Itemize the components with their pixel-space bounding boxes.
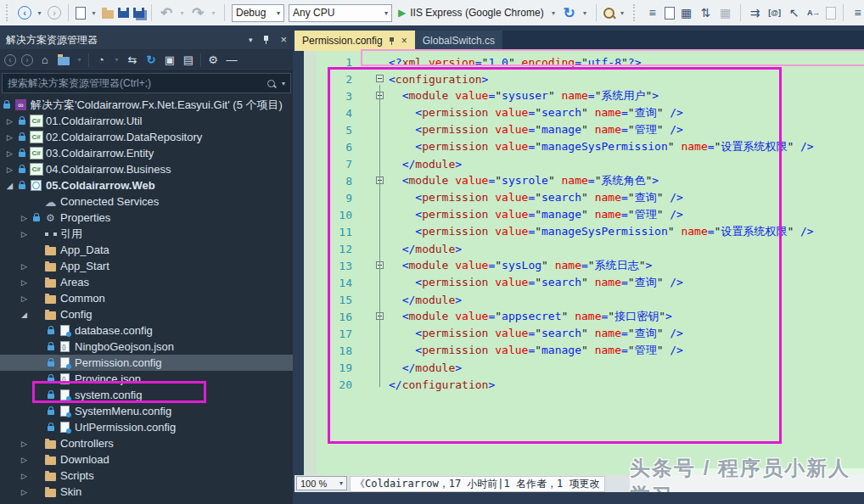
rename-icon[interactable]: A→ — [806, 5, 822, 20]
home-icon[interactable]: ⌂ — [38, 53, 52, 67]
tab-permission-config[interactable]: Permission.config × — [295, 31, 415, 51]
tree-item-permission-config[interactable]: Permission.config — [0, 355, 293, 371]
navigate-forward-icon[interactable]: › — [48, 6, 61, 20]
platform-combo[interactable]: Any CPU▾ — [289, 4, 392, 22]
attribute-icon[interactable]: [@] — [767, 5, 783, 20]
tree-item-app-start[interactable]: ▷App_Start — [0, 258, 293, 274]
redo-caret-icon[interactable]: ▾ — [210, 9, 217, 17]
expander-collapsed-icon[interactable]: ▷ — [7, 149, 19, 158]
refresh-icon[interactable]: ↻ — [144, 53, 158, 67]
browser-refresh-caret-icon[interactable]: ▾ — [581, 9, 589, 17]
expander-expanded-icon[interactable]: ◢ — [7, 182, 19, 190]
new-file-caret-icon[interactable]: ▾ — [90, 9, 98, 17]
expander-expanded-icon[interactable]: ◢ — [21, 311, 33, 319]
collapse-all-icon[interactable]: ▣ — [163, 53, 177, 67]
new-file-icon[interactable] — [76, 7, 86, 20]
tree-item-business[interactable]: ▷C#04.Coldairarrow.Business — [0, 161, 293, 177]
switch-views-icon[interactable] — [57, 53, 70, 67]
browser-refresh-icon[interactable]: ↻ — [562, 5, 577, 20]
pin-icon[interactable] — [262, 35, 270, 45]
start-caret-icon[interactable]: ▾ — [550, 9, 558, 17]
properties-icon[interactable]: ⚙ — [206, 53, 220, 67]
document-outline-icon[interactable] — [665, 7, 675, 20]
task-list-icon[interactable]: ≡ — [645, 5, 660, 20]
save-all-icon[interactable] — [133, 8, 144, 18]
expander-collapsed-icon[interactable]: ▷ — [21, 440, 33, 448]
tree-item-ningbogeojson-json[interactable]: NingboGeojson.json — [0, 339, 293, 355]
tree-item-systemmenu-config[interactable]: SystemMenu.config — [0, 403, 293, 419]
tree-item-config[interactable]: ◢Config — [0, 306, 293, 322]
format-lines-icon[interactable]: ≡ — [850, 5, 864, 20]
expander-collapsed-icon[interactable]: ▷ — [21, 278, 33, 287]
undo-icon[interactable]: ↶ — [159, 5, 174, 20]
architecture-diagram-icon[interactable]: ▦ — [679, 5, 694, 20]
search-input[interactable]: 搜索解决方案资源管理器(Ctrl+;) ▾ — [2, 73, 291, 93]
tree-item-connected-services[interactable]: ☁Connected Services — [0, 193, 293, 210]
tree-item-scripts[interactable]: ▷Scripts — [0, 468, 293, 484]
preview-selected-icon[interactable]: ― — [225, 53, 238, 67]
se-back-icon[interactable]: ‹ — [4, 54, 16, 66]
tab-close-icon[interactable]: × — [401, 36, 407, 45]
tree-item-province-json[interactable]: Province.json — [0, 371, 293, 387]
expander-collapsed-icon[interactable]: ▷ — [21, 294, 33, 303]
tab-pin-icon[interactable] — [389, 36, 396, 46]
expander-collapsed-icon[interactable]: ▷ — [7, 165, 19, 174]
search-caret-icon[interactable]: ▾ — [282, 80, 285, 87]
collapse-box-icon[interactable] — [376, 75, 384, 82]
tree-item-app-data[interactable]: App_Data — [0, 242, 293, 258]
close-icon[interactable]: × — [280, 36, 287, 44]
tree-item-database-config[interactable]: database.config — [0, 322, 293, 339]
tree-item-web[interactable]: ◢05.Coldairarrow.Web — [0, 177, 293, 193]
redo-icon[interactable]: ↷ — [190, 5, 205, 20]
expander-collapsed-icon[interactable]: ▷ — [7, 117, 19, 126]
save-icon[interactable] — [118, 8, 129, 18]
tree-item-controllers[interactable]: ▷Controllers — [0, 435, 293, 451]
code-editor[interactable]: 1<?xml version="1.0" encoding="utf-8"?>2… — [295, 51, 864, 475]
tree-item-datarepository[interactable]: ▷C#02.Coldairarrow.DataRepository — [0, 129, 293, 145]
start-debug-button[interactable]: ▶IIS Express (Google Chrome) — [396, 7, 546, 19]
tab-globalswitch-cs[interactable]: GlobalSwitch.cs — [415, 31, 502, 51]
tree-item-properties[interactable]: ▷⚙Properties — [0, 210, 293, 226]
expander-collapsed-icon[interactable]: ▷ — [7, 133, 19, 142]
toolbar-grip[interactable] — [633, 4, 638, 21]
tree-item-solution[interactable]: ∞解决方案'Coldairarrow.Fx.Net.Easyui.Git' (5… — [0, 97, 293, 113]
switch-views-caret-icon[interactable]: ▾ — [76, 56, 83, 64]
expander-collapsed-icon[interactable]: ▷ — [21, 230, 33, 238]
pointer-select-icon[interactable]: ↖ — [787, 5, 802, 20]
window-position-icon[interactable]: ▾ — [249, 36, 253, 44]
copy-icon[interactable] — [826, 7, 836, 20]
find-in-files-icon[interactable] — [603, 8, 614, 19]
tree-item-entity[interactable]: ▷C#03.Coldairarrow.Entity — [0, 145, 293, 161]
expander-collapsed-icon[interactable]: ▷ — [21, 214, 33, 222]
tree-item-system-config[interactable]: system.config — [0, 387, 293, 403]
expander-collapsed-icon[interactable]: ▷ — [21, 262, 33, 271]
pending-filter-caret-icon[interactable]: ▾ — [113, 56, 121, 64]
show-all-files-icon[interactable]: ▤ — [182, 53, 195, 67]
pending-changes-filter-icon[interactable]: ◔ — [94, 53, 108, 67]
dependency-graph-icon[interactable]: ▦ — [718, 5, 733, 20]
expander-collapsed-icon[interactable]: ▷ — [21, 456, 33, 464]
sort-members-icon[interactable]: ⇅ — [698, 5, 714, 20]
expander-collapsed-icon[interactable]: ▷ — [21, 472, 33, 480]
tree-item-references[interactable]: ▷引用 — [0, 226, 293, 242]
se-forward-icon[interactable]: › — [21, 54, 33, 66]
toolbar-overflow-icon[interactable]: ▾ — [619, 9, 626, 17]
indent-icon[interactable]: ⇉ — [748, 5, 763, 20]
expander-collapsed-icon[interactable]: ▷ — [21, 488, 33, 496]
undo-caret-icon[interactable]: ▾ — [178, 9, 186, 17]
search-icon[interactable] — [267, 80, 275, 87]
tree-item-skin[interactable]: ▷Skin — [0, 484, 293, 500]
add-new-item-icon[interactable] — [102, 10, 114, 19]
tree-item-urlpermission-config[interactable]: UrlPermission.config — [0, 419, 293, 435]
navigate-back-icon[interactable]: ‹ — [18, 6, 31, 20]
tree-item-common[interactable]: ▷Common — [0, 290, 293, 306]
git-codelens-bar[interactable]: 《Coldairarrow，17 小时前|1 名作者，1 项更改 — [350, 476, 605, 492]
sync-with-active-document-icon[interactable]: ⇆ — [126, 53, 139, 67]
navigate-back-caret-icon[interactable]: ▾ — [36, 9, 43, 17]
tree-item-util[interactable]: ▷C#01.Coldairarrow.Util — [0, 113, 293, 129]
tree-item-areas[interactable]: ▷Areas — [0, 274, 293, 290]
tree-item-download[interactable]: ▷Download — [0, 451, 293, 468]
zoom-level-combo[interactable]: 100 % ▾ — [296, 476, 347, 490]
configuration-combo[interactable]: Debug▾ — [232, 4, 284, 22]
toolbar-grip[interactable] — [6, 4, 11, 21]
